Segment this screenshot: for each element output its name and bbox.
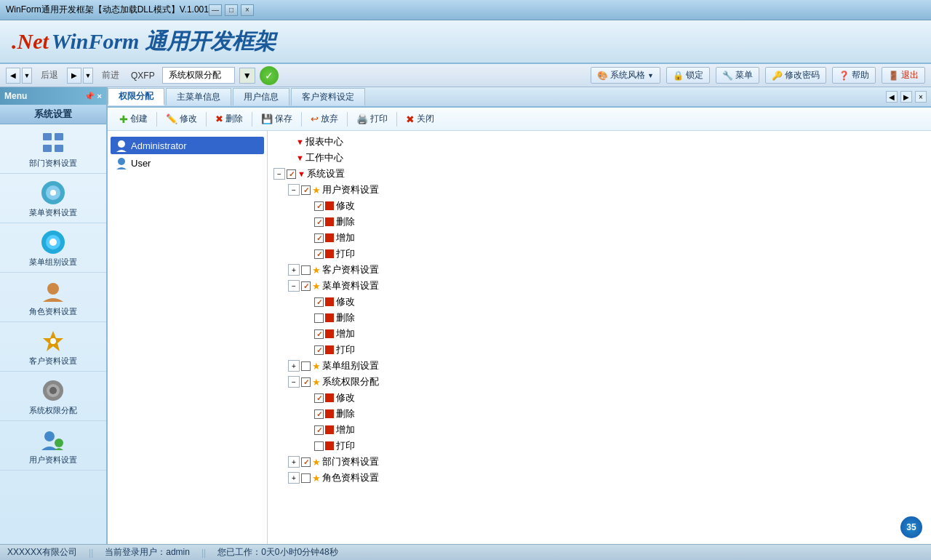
tree-row[interactable]: −★菜单资料设置 <box>273 278 925 294</box>
print-button[interactable]: 🖨️ 打印 <box>351 111 393 127</box>
checkbox[interactable] <box>314 313 324 323</box>
sidebar-item-menu[interactable]: 菜单资料设置 <box>0 174 106 223</box>
tab-perm[interactable]: 权限分配 <box>108 88 164 105</box>
breadcrumb-input[interactable]: 系统权限分配 <box>162 67 235 84</box>
tree-label: 删除 <box>336 407 355 420</box>
perm-indicator <box>325 345 334 354</box>
sidebar-item-sysperm[interactable]: 系统权限分配 <box>0 372 106 421</box>
checkbox[interactable] <box>287 169 296 179</box>
tree-row[interactable]: 修改 <box>273 294 925 310</box>
tree-row[interactable]: +★部门资料设置 <box>273 454 925 470</box>
tree-row[interactable]: 删除 <box>273 406 925 422</box>
tree-row[interactable]: 修改 <box>273 198 925 214</box>
back-button[interactable]: ◀ <box>6 68 20 84</box>
checkbox[interactable] <box>314 297 324 307</box>
checkbox[interactable] <box>314 217 324 227</box>
sidebar-item-dept[interactable]: 部门资料设置 <box>0 124 106 174</box>
tabs-next-button[interactable]: ▶ <box>900 91 912 103</box>
tree-row[interactable]: ▼报表中心 <box>273 134 925 150</box>
svg-point-21 <box>118 140 125 148</box>
expand-icon[interactable]: − <box>288 184 300 196</box>
expand-icon[interactable]: + <box>288 472 300 484</box>
style-button[interactable]: 🎨 系统风格 ▼ <box>591 67 660 84</box>
checkbox[interactable] <box>314 345 324 355</box>
minimize-button[interactable]: — <box>209 4 222 16</box>
checkbox[interactable] <box>314 409 324 419</box>
checkbox[interactable] <box>301 473 311 483</box>
back-dropdown[interactable]: ▼ <box>22 68 32 84</box>
forward-label: 前进 <box>97 68 124 83</box>
checkbox[interactable] <box>301 281 311 291</box>
close-button[interactable]: ✖ 关闭 <box>400 111 440 127</box>
checkbox[interactable] <box>314 233 324 243</box>
tree-row[interactable]: 修改 <box>273 390 925 406</box>
tree-row[interactable]: +★角色资料设置 <box>273 470 925 486</box>
checkbox[interactable] <box>301 377 311 387</box>
tabs-close-button[interactable]: × <box>915 91 927 103</box>
expand-icon[interactable]: − <box>288 280 300 292</box>
forward-button[interactable]: ▶ <box>67 68 81 84</box>
tree-row[interactable]: 删除 <box>273 214 925 230</box>
key-icon: 🔑 <box>772 71 783 81</box>
discard-button[interactable]: ↩ 放弃 <box>305 111 344 127</box>
change-password-button[interactable]: 🔑 修改密码 <box>765 67 826 84</box>
tree-row[interactable]: 删除 <box>273 310 925 326</box>
checkbox[interactable] <box>314 393 324 403</box>
sidebar-item-userinfo[interactable]: 用户资料设置 <box>0 421 106 471</box>
checkbox[interactable] <box>314 425 324 435</box>
svg-point-6 <box>50 190 56 196</box>
help-button[interactable]: ❓ 帮助 <box>832 67 876 84</box>
user-item-admin[interactable]: Administrator <box>111 137 264 154</box>
svg-point-22 <box>118 158 125 165</box>
tab-mainmenu[interactable]: 主菜单信息 <box>166 88 231 105</box>
tree-row[interactable]: −★系统权限分配 <box>273 374 925 390</box>
tree-row[interactable]: 打印 <box>273 342 925 358</box>
maximize-button[interactable]: □ <box>225 4 238 16</box>
tree-row[interactable]: ▼工作中心 <box>273 150 925 166</box>
expand-icon[interactable]: + <box>288 264 300 276</box>
breadcrumb-dropdown[interactable]: ▼ <box>239 68 255 84</box>
expand-icon[interactable]: + <box>288 360 300 372</box>
expand-icon[interactable]: + <box>288 456 300 468</box>
user-item-user[interactable]: User <box>111 154 264 172</box>
close-window-button[interactable]: × <box>241 4 254 16</box>
delete-button[interactable]: ✖ 删除 <box>209 111 249 127</box>
sidebar-item-role[interactable]: 角色资料设置 <box>0 273 106 322</box>
expand-icon[interactable]: − <box>288 376 300 388</box>
tabs-prev-button[interactable]: ◀ <box>886 91 898 103</box>
sidebar-item-menugroup[interactable]: 菜单组别设置 <box>0 223 106 273</box>
sidebar-pin-button[interactable]: 📌 <box>84 92 95 101</box>
checkbox[interactable] <box>314 249 324 259</box>
sidebar-item-customer[interactable]: 客户资料设置 <box>0 322 106 372</box>
checkbox[interactable] <box>314 441 324 451</box>
tree-label: 系统设置 <box>307 167 345 180</box>
sidebar-close-button[interactable]: × <box>97 92 102 101</box>
tree-row[interactable]: −▼系统设置 <box>273 166 925 182</box>
tree-row[interactable]: 增加 <box>273 326 925 342</box>
checkbox[interactable] <box>301 265 311 275</box>
confirm-button[interactable]: ✓ <box>260 66 279 85</box>
tab-userinfo[interactable]: 用户信息 <box>233 88 289 105</box>
checkbox[interactable] <box>301 457 311 467</box>
lock-button[interactable]: 🔒 锁定 <box>666 67 710 84</box>
tree-row[interactable]: −★用户资料设置 <box>273 182 925 198</box>
tree-row[interactable]: 打印 <box>273 438 925 454</box>
tab-customer[interactable]: 客户资料设定 <box>291 88 365 105</box>
expand-icon[interactable]: − <box>273 168 285 180</box>
modify-button[interactable]: ✏️ 修改 <box>160 111 203 127</box>
tree-row[interactable]: 增加 <box>273 230 925 246</box>
tree-row[interactable]: 打印 <box>273 246 925 262</box>
tree-row[interactable]: 增加 <box>273 422 925 438</box>
tree-row[interactable]: +★客户资料设置 <box>273 262 925 278</box>
menu-button[interactable]: 🔧 菜单 <box>716 67 759 84</box>
tree-row[interactable]: +★菜单组别设置 <box>273 358 925 374</box>
forward-dropdown[interactable]: ▼ <box>83 68 93 84</box>
checkbox[interactable] <box>301 361 311 371</box>
exit-button[interactable]: 🚪 退出 <box>882 67 925 84</box>
checkbox[interactable] <box>314 201 324 211</box>
checkbox[interactable] <box>301 185 311 195</box>
checkbox[interactable] <box>314 329 324 339</box>
create-button[interactable]: ✚ 创建 <box>113 111 153 127</box>
sidebar: Menu 📌 × 系统设置 部门资料设置 <box>0 87 108 544</box>
save-button[interactable]: 💾 保存 <box>255 111 298 127</box>
